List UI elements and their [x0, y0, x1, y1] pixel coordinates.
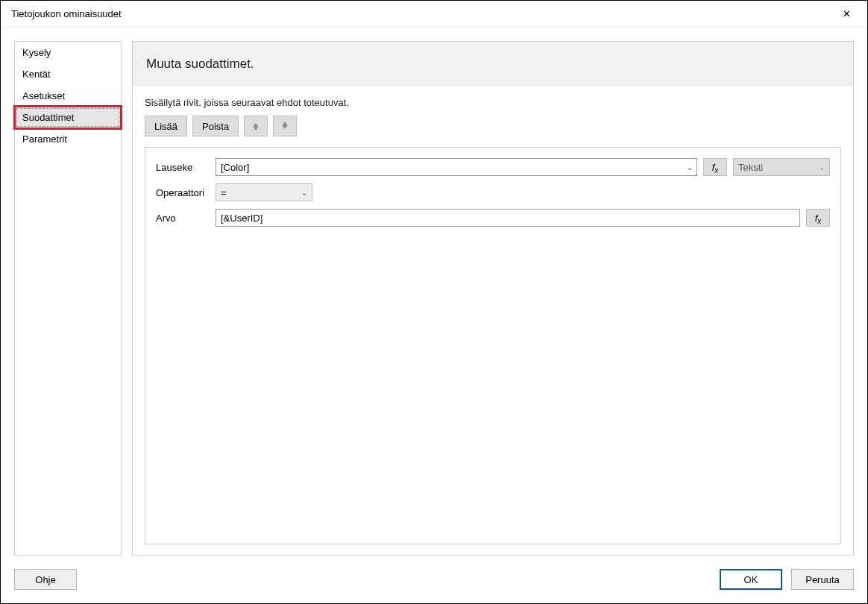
remove-button-label: Poista	[202, 121, 229, 132]
add-button[interactable]: Lisää	[145, 116, 187, 136]
operator-select[interactable]: = ⌄	[216, 183, 312, 201]
sidebar-item-label: Asetukset	[22, 90, 65, 101]
operator-row: Operaattori = ⌄	[156, 183, 830, 201]
sidebar-item-label: Kysely	[22, 47, 51, 58]
type-select[interactable]: Teksti ⌄	[733, 158, 830, 176]
help-button-label: Ohje	[35, 574, 55, 585]
arrow-up-icon	[251, 122, 260, 130]
sidebar-item-label: Parametrit	[22, 133, 67, 145]
type-select-value: Teksti	[738, 162, 763, 173]
value-row: Arvo fx	[156, 209, 830, 227]
sidebar-nav: Kysely Kentät Asetukset Suodattimet Para…	[14, 41, 122, 556]
dialog-footer: Ohje OK Peruuta	[1, 569, 867, 603]
ok-button-label: OK	[744, 574, 758, 585]
panel-body: Sisällytä rivit, joissa seuraavat ehdot …	[133, 86, 853, 555]
sidebar-item-query[interactable]: Kysely	[15, 42, 121, 63]
ok-button[interactable]: OK	[720, 569, 782, 590]
value-fx-button[interactable]: fx	[806, 209, 830, 227]
chevron-down-icon: ⌄	[819, 163, 825, 172]
cancel-button-label: Peruuta	[805, 574, 840, 585]
expression-fx-button[interactable]: fx	[703, 158, 727, 176]
main-panel: Muuta suodattimet. Sisällytä rivit, jois…	[132, 41, 854, 556]
arrow-down-icon	[280, 122, 289, 130]
move-down-button[interactable]	[273, 116, 297, 136]
expression-label: Lauseke	[156, 162, 210, 173]
close-icon: ✕	[843, 8, 851, 19]
remove-button[interactable]: Poista	[192, 116, 239, 136]
panel-header: Muuta suodattimet.	[133, 42, 853, 86]
fx-icon: fx	[712, 162, 719, 173]
window-title: Tietojoukon ominaisuudet	[11, 8, 122, 19]
expression-input[interactable]	[216, 158, 697, 176]
cancel-button[interactable]: Peruuta	[791, 569, 854, 590]
operator-select-value: =	[221, 187, 227, 198]
sidebar-item-parameters[interactable]: Parametrit	[15, 128, 121, 150]
sidebar-item-label: Kentät	[22, 69, 51, 80]
dialog-window: Tietojoukon ominaisuudet ✕ Kysely Kentät…	[0, 0, 868, 604]
value-input[interactable]	[216, 209, 800, 227]
move-up-button[interactable]	[244, 116, 268, 136]
filter-toolbar: Lisää Poista	[145, 116, 841, 136]
info-text: Sisällytä rivit, joissa seuraavat ehdot …	[145, 97, 841, 108]
sidebar-item-fields[interactable]: Kentät	[15, 63, 121, 85]
title-bar: Tietojoukon ominaisuudet ✕	[1, 1, 867, 28]
sidebar-item-filters[interactable]: Suodattimet	[15, 107, 121, 128]
close-button[interactable]: ✕	[834, 2, 858, 26]
operator-label: Operaattori	[156, 187, 210, 198]
fx-icon: fx	[815, 213, 822, 224]
sidebar-item-label: Suodattimet	[22, 112, 74, 123]
help-button[interactable]: Ohje	[14, 569, 77, 590]
filter-editor-panel: Lauseke ⌄ fx Teksti ⌄	[145, 147, 841, 544]
expression-combo[interactable]: ⌄	[216, 158, 697, 176]
sidebar-item-settings[interactable]: Asetukset	[15, 85, 121, 107]
expression-row: Lauseke ⌄ fx Teksti ⌄	[156, 158, 830, 176]
content-area: Kysely Kentät Asetukset Suodattimet Para…	[1, 28, 867, 569]
add-button-label: Lisää	[154, 121, 177, 132]
chevron-down-icon: ⌄	[301, 189, 307, 197]
value-label: Arvo	[156, 213, 210, 224]
